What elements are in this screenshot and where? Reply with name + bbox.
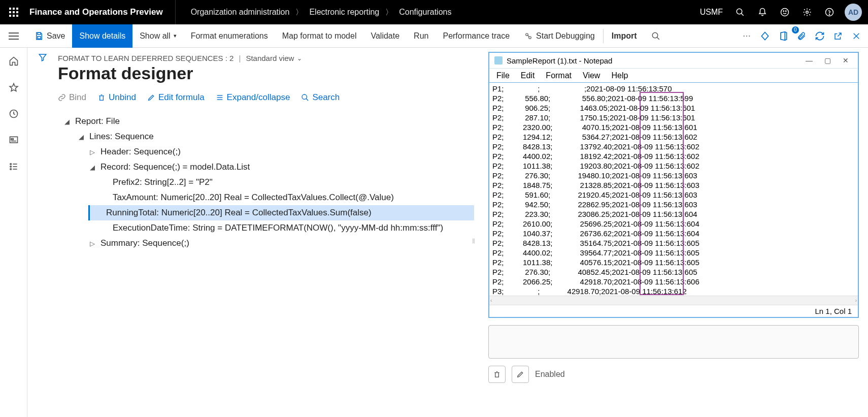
collapse-icon[interactable]: ◢ (88, 164, 96, 171)
close-icon (852, 32, 860, 40)
recent-button[interactable] (8, 108, 20, 120)
svg-line-10 (741, 13, 744, 16)
body: FORMAT TO LEARN DEFERRED SEQUENCES : 2 |… (27, 48, 868, 417)
page-crumb-text: FORMAT TO LEARN DEFERRED SEQUENCES : 2 (58, 54, 233, 62)
breadcrumb-item[interactable]: Organization administration (191, 8, 290, 17)
search-in-bar-button[interactable] (644, 24, 667, 48)
expand-collapse-button[interactable]: Expand/collapse (216, 92, 290, 103)
svg-rect-21 (38, 36, 41, 39)
app-launcher-button[interactable] (0, 0, 27, 24)
run-button[interactable]: Run (407, 24, 436, 48)
splitter-handle[interactable]: ⦀ (472, 237, 474, 245)
edit-button[interactable] (512, 366, 529, 383)
svg-line-25 (657, 37, 659, 40)
pencil-icon (147, 93, 155, 102)
view-selector[interactable]: Standard view ⌄ (246, 54, 302, 62)
show-all-button[interactable]: Show all▾ (132, 24, 183, 48)
gear-icon (803, 8, 812, 17)
svg-point-14 (806, 11, 809, 14)
smile-icon (780, 8, 789, 17)
maximize-button[interactable]: ▢ (820, 56, 834, 65)
notepad-titlebar[interactable]: SampleReport (1).txt - Notepad — ▢ ✕ (489, 53, 858, 68)
svg-point-32 (10, 164, 11, 165)
unbind-button[interactable]: Unbind (97, 92, 136, 103)
filter-button[interactable] (38, 53, 47, 417)
notepad-body[interactable]: P1; ; ;2021-08-09 11:56:13:570 P2; 556.8… (489, 82, 858, 296)
validate-button[interactable]: Validate (363, 24, 407, 48)
start-debugging-button[interactable]: Start Debugging (517, 24, 602, 48)
expand-icon[interactable]: ▷ (88, 148, 96, 156)
edit-formula-button[interactable]: Edit formula (147, 92, 205, 103)
collapse-icon[interactable]: ◢ (63, 118, 71, 125)
svg-rect-8 (16, 15, 18, 17)
trash-icon (493, 370, 501, 378)
minimize-button[interactable]: — (802, 56, 816, 65)
map-format-button[interactable]: Map format to model (275, 24, 364, 48)
breadcrumb-item[interactable]: Configurations (399, 8, 451, 17)
company-label[interactable]: USMF (695, 8, 728, 17)
notepad-window: SampleReport (1).txt - Notepad — ▢ ✕ Fil… (488, 52, 859, 318)
svg-rect-7 (13, 15, 15, 17)
horizontal-scrollbar[interactable]: ‹› (489, 296, 858, 305)
action-bar: Save Show details Show all▾ Format enume… (0, 24, 868, 48)
refresh-button[interactable] (812, 28, 827, 44)
notepad-text[interactable]: P1; ; ;2021-08-09 11:56:13:570 P2; 556.8… (492, 84, 855, 296)
help-icon (825, 8, 834, 17)
collapse-icon[interactable]: ◢ (77, 133, 85, 141)
bind-button[interactable]: Bind (58, 92, 86, 103)
svg-rect-4 (13, 11, 15, 13)
notepad-menu-format[interactable]: Format (546, 71, 572, 80)
show-details-button[interactable]: Show details (72, 24, 132, 48)
chevron-down-icon: ▾ (174, 33, 177, 39)
tree-node-selected[interactable]: RunningTotal: Numeric[20..20] Real = Col… (88, 205, 474, 220)
svg-rect-30 (11, 139, 13, 140)
search-tree-button[interactable]: Search (301, 92, 340, 103)
format-enumerations-button[interactable]: Format enumerations (184, 24, 275, 48)
favorites-button[interactable] (8, 81, 20, 93)
user-avatar[interactable]: AD (845, 4, 862, 21)
home-button[interactable] (8, 55, 20, 67)
expand-icon[interactable]: ▷ (88, 240, 96, 247)
help-button[interactable] (819, 0, 840, 24)
svg-point-16 (829, 14, 829, 15)
svg-point-41 (302, 94, 307, 99)
breadcrumb-item[interactable]: Electronic reporting (309, 8, 379, 17)
close-button[interactable] (849, 28, 864, 44)
modules-button[interactable] (8, 161, 20, 173)
refresh-icon (815, 31, 825, 41)
svg-line-42 (306, 99, 308, 101)
details-panel[interactable] (488, 325, 859, 359)
workspaces-button[interactable] (8, 134, 20, 146)
settings-button[interactable] (797, 0, 817, 24)
close-window-button[interactable]: ✕ (839, 56, 853, 65)
office-button[interactable] (776, 28, 791, 44)
svg-rect-5 (16, 11, 18, 13)
popout-button[interactable] (830, 28, 846, 44)
power-apps-button[interactable] (757, 28, 773, 44)
debug-icon (524, 31, 533, 41)
notepad-menu-file[interactable]: File (496, 71, 510, 80)
notepad-menu-view[interactable]: View (583, 71, 600, 80)
save-button[interactable]: Save (27, 24, 72, 48)
svg-rect-6 (9, 15, 11, 17)
overflow-button[interactable]: ⋯ (739, 28, 754, 44)
list-icon (216, 93, 224, 102)
notepad-menu-edit[interactable]: Edit (521, 71, 535, 80)
separator (603, 29, 604, 43)
attachments-button[interactable]: 0 (794, 28, 809, 44)
notifications-button[interactable] (752, 0, 773, 24)
save-label: Save (47, 31, 65, 41)
nav-toggle-button[interactable] (0, 24, 27, 48)
notepad-menu-help[interactable]: Help (611, 71, 628, 80)
trash-icon (97, 93, 106, 102)
feedback-button[interactable] (775, 0, 795, 24)
ellipsis-icon: ⋯ (743, 31, 751, 41)
attachments-badge: 0 (792, 26, 799, 34)
chevron-right-icon: 〉 (385, 8, 393, 17)
delete-button[interactable] (488, 366, 506, 383)
import-button[interactable]: Import (605, 24, 644, 48)
notepad-menu: File Edit Format View Help (489, 68, 858, 82)
performance-trace-button[interactable]: Performance trace (436, 24, 517, 48)
svg-point-24 (652, 33, 658, 38)
search-button[interactable] (730, 0, 750, 24)
